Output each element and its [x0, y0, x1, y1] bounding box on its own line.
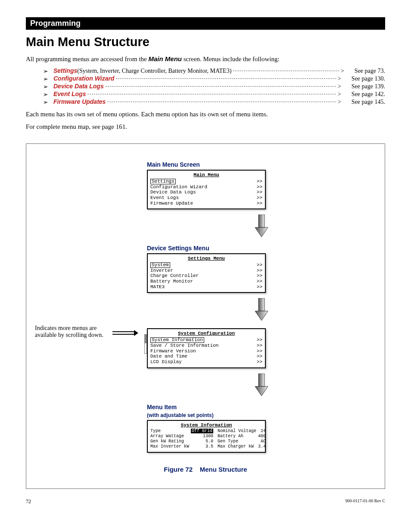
page-title: Main Menu Structure: [26, 35, 385, 49]
menu-item-name: Settings: [53, 67, 77, 74]
bullet-arrow-icon: ➢: [43, 91, 48, 98]
chevron-right-icon: >>: [257, 273, 262, 279]
menu-item-name: Firmware Updates: [53, 98, 106, 105]
menu-list-item: ➢Event Logs>See page 142.: [43, 90, 385, 98]
settings-menu-label: Device Settings Menu: [147, 245, 376, 252]
leader-arrow-icon: >: [341, 68, 344, 75]
scrollbar-icon: [144, 334, 147, 354]
lcd-selected-inverse: Off Grid: [191, 429, 213, 433]
svg-marker-10: [255, 386, 268, 396]
lcd-title: System Information: [150, 423, 262, 428]
info-label: Array Wattage: [150, 434, 189, 439]
lcd-title: Settings Menu: [150, 256, 262, 261]
lcd-item: Firmware Update: [150, 201, 193, 206]
lcd-item: LCD Display: [150, 359, 182, 365]
menu-list-item: ➢Configuration Wizard >See page 130.: [43, 75, 385, 82]
chevron-right-icon: >>: [257, 279, 262, 284]
leader-dots: [87, 94, 336, 94]
menu-list-item: ➢Settings (System, Inverter, Charge Cont…: [43, 67, 385, 75]
pointer-arrow-icon: [112, 330, 138, 336]
menu-item-name: Device Data Logs: [53, 83, 104, 90]
main-menu-label: Main Menu Screen: [147, 161, 376, 168]
bullet-arrow-icon: ➢: [43, 83, 48, 90]
flow-arrow: [206, 373, 318, 398]
lcd-row: Device Data Logs>>: [150, 190, 262, 195]
body-text-2: For complete menu map, see page 161.: [26, 123, 385, 131]
page-reference: See page 130.: [343, 75, 385, 82]
chevron-right-icon: >>: [257, 343, 262, 348]
info-value: 400: [258, 434, 266, 439]
lcd-row: Inverter>>: [150, 268, 262, 274]
figure-caption: Figure 72 Menu Structure: [35, 466, 376, 473]
body-text-1: Each menu has its own set of menu option…: [26, 111, 385, 118]
down-arrow-icon: [254, 298, 269, 321]
info-value: AC: [258, 439, 266, 444]
leader-dots: [106, 86, 336, 87]
menu-item-extra: (System, Inverter, Charge Controller, Ba…: [77, 68, 231, 75]
lcd-item: Firmware Version: [150, 348, 196, 354]
info-value: 24: [258, 429, 266, 434]
lcd-row: Battery Monitor>>: [150, 279, 262, 284]
intro-strong: Main Menu: [149, 55, 182, 62]
leader-arrow-icon: >: [338, 99, 341, 106]
info-label: Max Inverter kW: [150, 444, 189, 449]
lcd-row: LCD Display>>: [150, 359, 262, 365]
menu-list-item: ➢Firmware Updates >See page 145.: [43, 98, 385, 106]
lcd-selected: System Information: [150, 337, 204, 343]
menu-item-label: Menu Item: [147, 404, 376, 411]
chevron-right-icon: >>: [257, 190, 262, 195]
svg-rect-8: [145, 335, 146, 343]
leader-arrow-icon: >: [338, 75, 341, 82]
info-value: 1300: [191, 434, 213, 439]
lcd-row: Event Logs>>: [150, 195, 262, 201]
lcd-row: MATE3>>: [150, 284, 262, 290]
info-label: Battery Ah: [215, 434, 256, 439]
lcd-settings-menu: Settings Menu System>> Inverter>>Charge …: [147, 253, 266, 293]
page-reference: See page 142.: [343, 91, 385, 98]
leader-dots: [233, 71, 339, 71]
chevron-right-icon: >>: [257, 201, 262, 206]
figure-container: Indicates more menus are available by sc…: [26, 143, 385, 489]
info-label: Gen kW Rating: [150, 439, 189, 444]
svg-rect-9: [258, 373, 265, 386]
page-footer: 72 900-0117-01-00 Rev C: [26, 498, 385, 505]
leader-dots: [116, 78, 336, 79]
lcd-item: Inverter: [150, 268, 173, 274]
lcd-selected: Settings: [150, 179, 176, 184]
info-value: 3.4: [258, 444, 266, 449]
bullet-arrow-icon: ➢: [43, 68, 48, 75]
chevron-right-icon: >>: [257, 348, 262, 354]
menu-item-sublabel: (with adjustable set points): [147, 412, 376, 418]
info-label: Nominal Voltage: [215, 429, 256, 434]
info-label: Type: [150, 429, 189, 434]
chevron-right-icon: >>: [257, 359, 262, 365]
section-header: Programming: [26, 17, 385, 30]
svg-rect-3: [258, 215, 265, 227]
lcd-item: Event Logs: [150, 195, 179, 201]
svg-marker-2: [134, 330, 138, 336]
lcd-row: Firmware Update>>: [150, 201, 262, 206]
lcd-row: Date and Time>>: [150, 354, 262, 359]
chevron-right-icon: >>: [257, 179, 262, 184]
bullet-arrow-icon: ➢: [43, 99, 48, 106]
chevron-right-icon: >>: [257, 262, 262, 268]
menu-item-name: Configuration Wizard: [53, 75, 114, 82]
lcd-row: Configuration Wizard>>: [150, 184, 262, 190]
leader-arrow-icon: >: [338, 91, 341, 98]
down-arrow-icon: [254, 215, 269, 238]
leader-dots: [107, 102, 336, 102]
chevron-right-icon: >>: [257, 354, 262, 359]
lcd-system-info: System Information TypeOff GridNominal V…: [147, 420, 266, 453]
page-number: 72: [26, 498, 31, 505]
leader-arrow-icon: >: [338, 83, 341, 90]
lcd-row: Firmware Version>>: [150, 348, 262, 354]
lcd-item: Device Data Logs: [150, 190, 196, 195]
lcd-row: Save / Store Information>>: [150, 343, 262, 348]
chevron-right-icon: >>: [257, 284, 262, 290]
intro-text-post: screen. Menus include the following:: [182, 56, 280, 62]
lcd-main-menu: Main Menu Settings>> Configuration Wizar…: [147, 170, 266, 209]
lcd-item: Configuration Wizard: [150, 184, 207, 190]
info-value: Off Grid: [191, 429, 213, 434]
svg-rect-5: [258, 298, 265, 311]
page-reference: See page 73.: [346, 68, 385, 75]
